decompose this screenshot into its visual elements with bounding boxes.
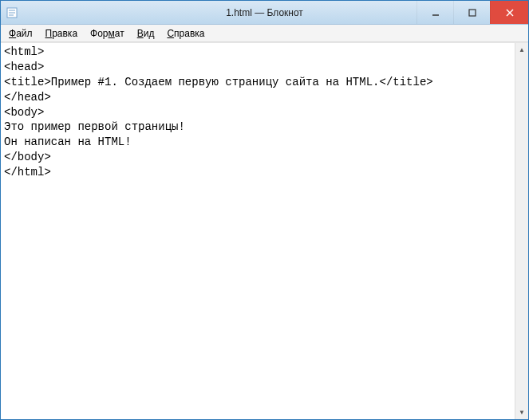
titlebar[interactable]: 1.html — Блокнот	[1, 1, 528, 25]
menu-view[interactable]: Вид	[131, 26, 161, 41]
close-button[interactable]	[490, 1, 528, 24]
scroll-down-arrow-icon[interactable]: ▼	[515, 406, 528, 419]
menu-help[interactable]: Справка	[160, 26, 211, 41]
maximize-button[interactable]	[453, 1, 490, 24]
text-editor[interactable]: <html> <head> <title>Пример #1. Создаем …	[1, 43, 528, 419]
svg-rect-5	[469, 10, 476, 16]
notepad-window: 1.html — Блокнот Файл Правка Формат Вид …	[0, 0, 529, 420]
app-icon	[6, 6, 18, 19]
minimize-icon	[432, 9, 440, 17]
scroll-track[interactable]	[515, 57, 528, 406]
minimize-button[interactable]	[416, 1, 453, 24]
menu-edit[interactable]: Правка	[39, 26, 85, 41]
window-controls	[416, 1, 528, 24]
vertical-scrollbar[interactable]: ▲ ▼	[515, 43, 528, 419]
menu-format[interactable]: Формат	[84, 26, 131, 41]
maximize-icon	[468, 9, 476, 17]
menubar: Файл Правка Формат Вид Справка	[1, 25, 528, 42]
editor-content[interactable]: <html> <head> <title>Пример #1. Создаем …	[4, 45, 528, 180]
menu-file[interactable]: Файл	[2, 26, 39, 41]
close-icon	[506, 9, 514, 17]
scroll-up-arrow-icon[interactable]: ▲	[515, 43, 528, 57]
editor-area: <html> <head> <title>Пример #1. Создаем …	[1, 42, 528, 419]
